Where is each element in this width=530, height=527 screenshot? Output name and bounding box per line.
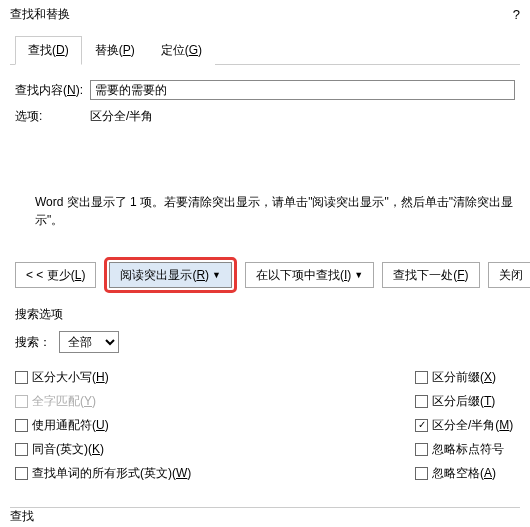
options-value: 区分全/半角: [90, 108, 153, 125]
bottom-section-label: 查找: [10, 507, 520, 525]
checkbox-all-forms[interactable]: 查找单词的所有形式(英文)(W): [15, 461, 415, 485]
dropdown-icon: ▼: [354, 270, 363, 280]
title-bar: 查找和替换 ?: [0, 0, 530, 27]
checkbox-icon: [415, 371, 428, 384]
checkbox-icon: [15, 395, 28, 408]
highlight-annotation: 阅读突出显示(R)▼: [104, 257, 237, 293]
close-button[interactable]: 关闭: [488, 262, 530, 288]
find-content-label: 查找内容(N):: [15, 82, 90, 99]
checkbox-match-suffix[interactable]: 区分后缀(T): [415, 389, 515, 413]
find-in-button[interactable]: 在以下项中查找(I)▼: [245, 262, 374, 288]
checkbox-half-full-width[interactable]: 区分全/半角(M): [415, 413, 515, 437]
checkbox-wildcards[interactable]: 使用通配符(U): [15, 413, 415, 437]
status-message: Word 突出显示了 1 项。若要清除突出显示，请单击"阅读突出显示"，然后单击…: [10, 143, 520, 249]
checkbox-icon: [15, 467, 28, 480]
checkbox-match-prefix[interactable]: 区分前缀(X): [415, 365, 515, 389]
tab-replace[interactable]: 替换(P): [82, 36, 148, 65]
tab-goto[interactable]: 定位(G): [148, 36, 215, 65]
checkbox-whole-word: 全字匹配(Y): [15, 389, 415, 413]
search-options-heading: 搜索选项: [10, 301, 520, 331]
help-icon[interactable]: ?: [513, 7, 520, 22]
checkbox-ignore-punct[interactable]: 忽略标点符号: [415, 437, 515, 461]
find-next-button[interactable]: 查找下一处(F): [382, 262, 479, 288]
less-button[interactable]: < < 更少(L): [15, 262, 96, 288]
checkbox-match-case[interactable]: 区分大小写(H): [15, 365, 415, 389]
search-direction-label: 搜索：: [15, 334, 51, 351]
find-content-input[interactable]: [90, 80, 515, 100]
checkbox-ignore-space[interactable]: 忽略空格(A): [415, 461, 515, 485]
button-row: < < 更少(L) 阅读突出显示(R)▼ 在以下项中查找(I)▼ 查找下一处(F…: [10, 249, 520, 301]
tab-find[interactable]: 查找(D): [15, 36, 82, 65]
checkbox-icon: [415, 443, 428, 456]
dialog-title: 查找和替换: [10, 6, 70, 23]
tabs: 查找(D) 替换(P) 定位(G): [10, 35, 520, 65]
checkbox-icon: [15, 419, 28, 432]
checkbox-icon: [415, 395, 428, 408]
checkbox-icon: [15, 443, 28, 456]
checkbox-homophone[interactable]: 同音(英文)(K): [15, 437, 415, 461]
checkbox-icon: [15, 371, 28, 384]
options-label: 选项:: [15, 108, 90, 125]
checkbox-icon: [415, 419, 428, 432]
reading-highlight-button[interactable]: 阅读突出显示(R)▼: [109, 262, 232, 288]
dropdown-icon: ▼: [212, 270, 221, 280]
search-direction-select[interactable]: 全部: [59, 331, 119, 353]
checkbox-icon: [415, 467, 428, 480]
